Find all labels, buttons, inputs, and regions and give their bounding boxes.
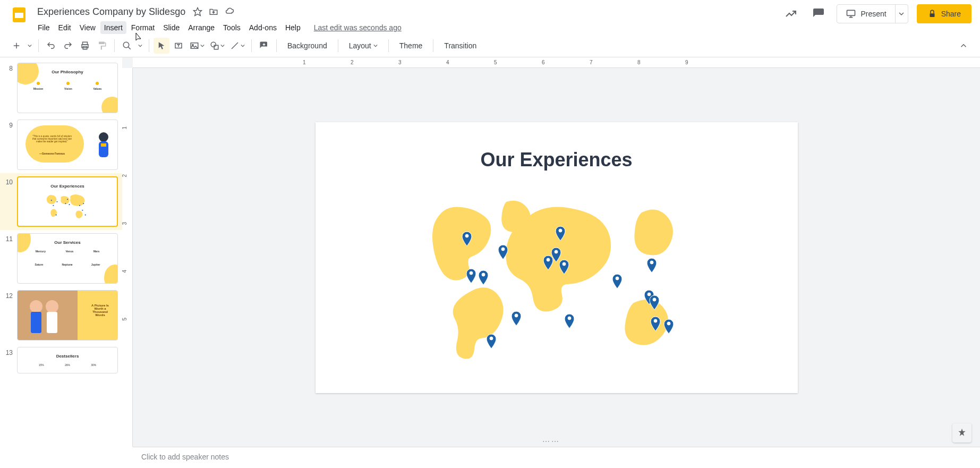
thumb-cell: Mercury <box>36 250 46 253</box>
svg-point-34 <box>30 300 42 313</box>
ruler-tick: 3 <box>398 59 402 65</box>
svg-point-53 <box>654 319 657 322</box>
svg-rect-3 <box>847 10 855 15</box>
shape-tool[interactable] <box>208 38 227 54</box>
zoom-dropdown[interactable] <box>136 38 144 54</box>
line-tool[interactable] <box>228 38 247 54</box>
present-dropdown[interactable] <box>895 5 908 23</box>
thumb-pct: 26% <box>65 363 70 367</box>
slide-number: 10 <box>2 176 17 227</box>
header-right: Present Share <box>781 4 972 23</box>
speaker-notes[interactable]: Click to add speaker notes <box>133 447 980 468</box>
ruler-tick: 3 <box>122 222 127 225</box>
lock-icon <box>927 9 937 19</box>
thumb-title: Our Services <box>18 240 117 245</box>
svg-point-54 <box>667 322 670 325</box>
slide-number: 9 <box>2 120 17 170</box>
ruler-vertical: 1 2 3 4 5 <box>122 68 133 447</box>
menu-format[interactable]: Format <box>127 21 158 34</box>
slide-title-text[interactable]: Our Experiences <box>316 149 798 171</box>
move-icon[interactable] <box>209 7 218 16</box>
menu-file[interactable]: File <box>34 21 54 34</box>
menu-slide[interactable]: Slide <box>159 21 183 34</box>
textbox-tool[interactable] <box>171 38 186 54</box>
menu-arrange[interactable]: Arrange <box>184 21 218 34</box>
separator <box>388 39 389 52</box>
svg-point-25 <box>53 205 54 206</box>
print-button[interactable] <box>77 38 93 54</box>
slide-thumb-13[interactable]: 13 Destsellers 15%26%30% <box>0 344 122 376</box>
svg-marker-2 <box>194 8 202 16</box>
slide-thumb-8[interactable]: 8 Our Philosophy Mission Vision Values <box>0 59 122 116</box>
separator <box>114 39 115 52</box>
comment-button[interactable] <box>256 38 272 54</box>
svg-point-23 <box>51 200 52 201</box>
present-button[interactable]: Present <box>837 5 894 23</box>
image-tool[interactable] <box>188 38 207 54</box>
slide-number: 11 <box>2 233 17 284</box>
cloud-status-icon[interactable] <box>225 7 234 16</box>
map-pin-icon <box>512 311 521 326</box>
slide-thumb-11[interactable]: 11 Our Services MercuryVenusMars SaturnN… <box>0 230 122 287</box>
thumb-title: A Picture Is Worth a Thousand Words <box>88 304 112 317</box>
canvas-area: 1 2 3 4 5 6 7 8 9 1 2 3 4 5 Our Experien… <box>122 57 980 447</box>
svg-point-50 <box>515 314 518 317</box>
new-slide-button[interactable] <box>8 38 24 54</box>
layout-button[interactable]: Layout <box>343 38 384 54</box>
svg-rect-6 <box>930 13 934 17</box>
undo-button[interactable] <box>43 38 59 54</box>
map-pin-icon <box>565 314 574 328</box>
collapse-toolbar-icon[interactable] <box>956 38 972 54</box>
menu-edit[interactable]: Edit <box>55 21 75 34</box>
menu-addons[interactable]: Add-ons <box>245 21 280 34</box>
star-icon[interactable] <box>193 7 202 16</box>
menu-view[interactable]: View <box>76 21 99 34</box>
menu-tools[interactable]: Tools <box>219 21 244 34</box>
redo-button[interactable] <box>60 38 76 54</box>
separator <box>338 39 338 52</box>
svg-point-24 <box>56 201 57 202</box>
svg-point-35 <box>46 300 58 313</box>
comment-icon[interactable] <box>809 4 828 23</box>
theme-button[interactable]: Theme <box>393 38 429 54</box>
world-map[interactable] <box>424 197 689 361</box>
slide-thumb-10[interactable]: 10 Our Experiences <box>0 173 122 230</box>
ruler-tick: 4 <box>446 59 449 65</box>
svg-point-40 <box>470 271 473 275</box>
transition-button[interactable]: Transition <box>438 38 483 54</box>
doc-title[interactable]: Experiences Company by Slidesgo <box>34 5 189 19</box>
menu-help[interactable]: Help <box>282 21 304 34</box>
thumb-attribution: —Someone Famous <box>31 152 73 155</box>
slides-app-icon[interactable] <box>8 4 30 25</box>
zoom-button[interactable] <box>119 38 135 54</box>
select-tool[interactable] <box>154 38 169 54</box>
explore-button[interactable] <box>952 423 972 443</box>
svg-point-27 <box>65 203 66 204</box>
share-button[interactable]: Share <box>917 4 972 23</box>
last-edit-link[interactable]: Last edit was seconds ago <box>314 23 402 32</box>
ruler-horizontal: 1 2 3 4 5 6 7 8 9 <box>133 57 980 68</box>
slide-thumb-9[interactable]: 9 "This is a quote, words full of wisdom… <box>0 116 122 173</box>
slide-canvas[interactable]: Our Experiences <box>316 122 798 393</box>
notes-drag-handle[interactable]: ⋯⋯ <box>542 437 560 446</box>
background-button[interactable]: Background <box>281 38 334 54</box>
svg-point-38 <box>465 234 468 237</box>
slide-thumb-12[interactable]: 12 A Picture Is Worth a Thousand Words <box>0 287 122 344</box>
separator <box>276 39 277 52</box>
menu-insert[interactable]: Insert <box>100 21 126 34</box>
new-slide-dropdown[interactable] <box>25 38 34 54</box>
thumb-title: Our Philosophy <box>18 70 117 74</box>
paint-format-button[interactable] <box>94 38 110 54</box>
svg-point-33 <box>85 215 86 216</box>
svg-point-46 <box>616 277 619 280</box>
svg-point-26 <box>67 199 68 200</box>
ruler-tick: 7 <box>590 59 593 65</box>
svg-point-49 <box>653 298 656 301</box>
activity-icon[interactable] <box>781 4 800 23</box>
thumb-cell: Neptune <box>62 263 73 266</box>
ruler-tick: 2 <box>351 59 354 65</box>
filmstrip[interactable]: 8 Our Philosophy Mission Vision Values 9… <box>0 57 122 447</box>
thumb-col: Vision <box>64 87 72 90</box>
thumb-pct: 30% <box>91 363 96 367</box>
present-label: Present <box>860 10 886 18</box>
